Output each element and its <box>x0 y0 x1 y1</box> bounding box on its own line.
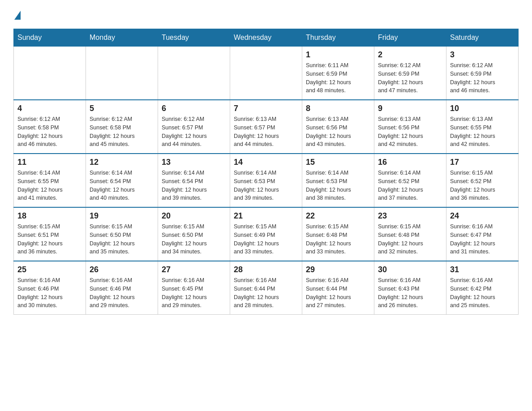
calendar-cell: 25Sunrise: 6:16 AM Sunset: 6:46 PM Dayli… <box>14 261 86 315</box>
day-info: Sunrise: 6:14 AM Sunset: 6:54 PM Dayligh… <box>90 169 154 202</box>
day-info: Sunrise: 6:14 AM Sunset: 6:53 PM Dayligh… <box>234 169 298 202</box>
day-number: 8 <box>306 104 370 113</box>
calendar-cell: 8Sunrise: 6:13 AM Sunset: 6:56 PM Daylig… <box>302 100 374 154</box>
calendar-cell: 22Sunrise: 6:15 AM Sunset: 6:48 PM Dayli… <box>302 207 374 261</box>
day-number: 5 <box>90 104 154 113</box>
day-number: 23 <box>378 211 442 221</box>
calendar-cell: 30Sunrise: 6:16 AM Sunset: 6:43 PM Dayli… <box>374 261 446 315</box>
weekday-header-sunday: Sunday <box>14 29 86 47</box>
weekday-header-thursday: Thursday <box>302 29 374 47</box>
day-info: Sunrise: 6:12 AM Sunset: 6:59 PM Dayligh… <box>450 61 515 95</box>
day-number: 18 <box>17 211 82 221</box>
day-number: 24 <box>450 211 515 221</box>
calendar-cell: 2Sunrise: 6:12 AM Sunset: 6:59 PM Daylig… <box>374 47 446 100</box>
calendar-table: SundayMondayTuesdayWednesdayThursdayFrid… <box>13 29 519 315</box>
day-number: 20 <box>162 211 226 221</box>
week-row-1: 1Sunrise: 6:11 AM Sunset: 6:59 PM Daylig… <box>14 47 519 100</box>
day-number: 14 <box>234 158 298 167</box>
day-number: 25 <box>17 265 82 274</box>
day-number: 1 <box>306 50 370 60</box>
day-number: 11 <box>17 158 82 167</box>
calendar-cell: 14Sunrise: 6:14 AM Sunset: 6:53 PM Dayli… <box>230 154 302 207</box>
calendar-cell: 10Sunrise: 6:13 AM Sunset: 6:55 PM Dayli… <box>446 100 519 154</box>
calendar-cell: 29Sunrise: 6:16 AM Sunset: 6:44 PM Dayli… <box>302 261 374 315</box>
day-info: Sunrise: 6:12 AM Sunset: 6:59 PM Dayligh… <box>378 61 442 95</box>
day-number: 31 <box>450 265 515 274</box>
calendar-cell: 15Sunrise: 6:14 AM Sunset: 6:53 PM Dayli… <box>302 154 374 207</box>
day-number: 6 <box>162 104 226 113</box>
calendar-cell <box>158 47 230 100</box>
day-number: 29 <box>306 265 370 274</box>
day-info: Sunrise: 6:15 AM Sunset: 6:51 PM Dayligh… <box>17 223 82 256</box>
day-info: Sunrise: 6:15 AM Sunset: 6:48 PM Dayligh… <box>378 223 442 256</box>
calendar-cell: 23Sunrise: 6:15 AM Sunset: 6:48 PM Dayli… <box>374 207 446 261</box>
calendar-cell <box>86 47 158 100</box>
day-info: Sunrise: 6:16 AM Sunset: 6:44 PM Dayligh… <box>234 276 298 310</box>
day-info: Sunrise: 6:12 AM Sunset: 6:58 PM Dayligh… <box>17 115 82 149</box>
day-number: 7 <box>234 104 298 113</box>
day-number: 17 <box>450 158 515 167</box>
weekday-header-saturday: Saturday <box>446 29 519 47</box>
calendar-cell: 9Sunrise: 6:13 AM Sunset: 6:56 PM Daylig… <box>374 100 446 154</box>
logo <box>13 9 22 20</box>
day-number: 2 <box>378 50 442 60</box>
day-number: 30 <box>378 265 442 274</box>
week-row-3: 11Sunrise: 6:14 AM Sunset: 6:55 PM Dayli… <box>14 154 519 207</box>
day-info: Sunrise: 6:12 AM Sunset: 6:58 PM Dayligh… <box>90 115 154 149</box>
day-info: Sunrise: 6:16 AM Sunset: 6:44 PM Dayligh… <box>306 276 370 310</box>
day-info: Sunrise: 6:12 AM Sunset: 6:57 PM Dayligh… <box>162 115 226 149</box>
calendar-cell: 21Sunrise: 6:15 AM Sunset: 6:49 PM Dayli… <box>230 207 302 261</box>
calendar-cell: 6Sunrise: 6:12 AM Sunset: 6:57 PM Daylig… <box>158 100 230 154</box>
day-number: 10 <box>450 104 515 113</box>
week-row-2: 4Sunrise: 6:12 AM Sunset: 6:58 PM Daylig… <box>14 100 519 154</box>
calendar-cell: 19Sunrise: 6:15 AM Sunset: 6:50 PM Dayli… <box>86 207 158 261</box>
calendar-cell: 5Sunrise: 6:12 AM Sunset: 6:58 PM Daylig… <box>86 100 158 154</box>
day-number: 22 <box>306 211 370 221</box>
calendar-cell: 12Sunrise: 6:14 AM Sunset: 6:54 PM Dayli… <box>86 154 158 207</box>
calendar-cell <box>230 47 302 100</box>
day-info: Sunrise: 6:16 AM Sunset: 6:42 PM Dayligh… <box>450 276 515 310</box>
weekday-header-monday: Monday <box>86 29 158 47</box>
day-number: 19 <box>90 211 154 221</box>
calendar-cell: 7Sunrise: 6:13 AM Sunset: 6:57 PM Daylig… <box>230 100 302 154</box>
day-info: Sunrise: 6:16 AM Sunset: 6:45 PM Dayligh… <box>162 276 226 310</box>
calendar-cell: 1Sunrise: 6:11 AM Sunset: 6:59 PM Daylig… <box>302 47 374 100</box>
calendar-cell: 17Sunrise: 6:15 AM Sunset: 6:52 PM Dayli… <box>446 154 519 207</box>
logo-triangle-icon <box>14 11 21 20</box>
calendar-cell: 18Sunrise: 6:15 AM Sunset: 6:51 PM Dayli… <box>14 207 86 261</box>
calendar-cell: 13Sunrise: 6:14 AM Sunset: 6:54 PM Dayli… <box>158 154 230 207</box>
day-number: 28 <box>234 265 298 274</box>
day-number: 9 <box>378 104 442 113</box>
day-number: 27 <box>162 265 226 274</box>
weekday-header-wednesday: Wednesday <box>230 29 302 47</box>
day-number: 3 <box>450 50 515 60</box>
calendar-cell: 24Sunrise: 6:16 AM Sunset: 6:47 PM Dayli… <box>446 207 519 261</box>
day-info: Sunrise: 6:14 AM Sunset: 6:54 PM Dayligh… <box>162 169 226 202</box>
day-info: Sunrise: 6:13 AM Sunset: 6:56 PM Dayligh… <box>378 115 442 149</box>
weekday-header-tuesday: Tuesday <box>158 29 230 47</box>
day-number: 15 <box>306 158 370 167</box>
day-info: Sunrise: 6:14 AM Sunset: 6:52 PM Dayligh… <box>378 169 442 202</box>
day-number: 4 <box>17 104 82 113</box>
header <box>13 9 519 20</box>
day-number: 13 <box>162 158 226 167</box>
day-info: Sunrise: 6:16 AM Sunset: 6:47 PM Dayligh… <box>450 223 515 256</box>
day-info: Sunrise: 6:15 AM Sunset: 6:52 PM Dayligh… <box>450 169 515 202</box>
calendar-cell: 3Sunrise: 6:12 AM Sunset: 6:59 PM Daylig… <box>446 47 519 100</box>
calendar-cell: 28Sunrise: 6:16 AM Sunset: 6:44 PM Dayli… <box>230 261 302 315</box>
day-number: 12 <box>90 158 154 167</box>
week-row-4: 18Sunrise: 6:15 AM Sunset: 6:51 PM Dayli… <box>14 207 519 261</box>
calendar-cell: 11Sunrise: 6:14 AM Sunset: 6:55 PM Dayli… <box>14 154 86 207</box>
weekday-header-row: SundayMondayTuesdayWednesdayThursdayFrid… <box>14 29 519 47</box>
day-info: Sunrise: 6:15 AM Sunset: 6:50 PM Dayligh… <box>162 223 226 256</box>
day-info: Sunrise: 6:14 AM Sunset: 6:53 PM Dayligh… <box>306 169 370 202</box>
day-number: 26 <box>90 265 154 274</box>
day-info: Sunrise: 6:16 AM Sunset: 6:46 PM Dayligh… <box>90 276 154 310</box>
day-info: Sunrise: 6:13 AM Sunset: 6:55 PM Dayligh… <box>450 115 515 149</box>
day-number: 21 <box>234 211 298 221</box>
day-info: Sunrise: 6:13 AM Sunset: 6:56 PM Dayligh… <box>306 115 370 149</box>
calendar-cell: 26Sunrise: 6:16 AM Sunset: 6:46 PM Dayli… <box>86 261 158 315</box>
day-info: Sunrise: 6:16 AM Sunset: 6:46 PM Dayligh… <box>17 276 82 310</box>
day-number: 16 <box>378 158 442 167</box>
day-info: Sunrise: 6:13 AM Sunset: 6:57 PM Dayligh… <box>234 115 298 149</box>
